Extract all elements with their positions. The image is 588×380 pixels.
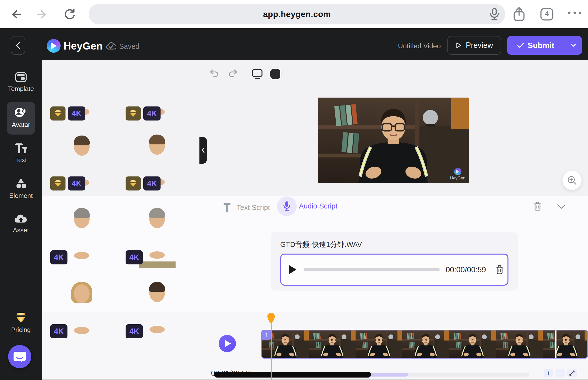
browser-forward-icon[interactable]: [36, 8, 49, 20]
video-preview[interactable]: HeyGen: [318, 97, 469, 183]
timeline-zoom-out-button[interactable]: −: [555, 369, 565, 377]
element-icon: [15, 178, 27, 190]
tab-text-script[interactable]: Text Script: [223, 202, 270, 213]
background-color-swatch[interactable]: [270, 69, 280, 79]
address-bar[interactable]: app.heygen.com: [89, 4, 505, 24]
delete-audio-icon[interactable]: [495, 265, 504, 276]
browser-reload-icon[interactable]: [64, 8, 76, 20]
badge-4k: 4K: [125, 324, 143, 338]
timeline-play-button[interactable]: [219, 335, 236, 352]
badge-4k: 4K: [68, 106, 85, 120]
premium-diamond-badge: [50, 106, 66, 120]
audio-play-button[interactable]: [289, 265, 296, 274]
microphone-icon: [283, 201, 291, 212]
audio-time: 00:00/00:59: [446, 266, 486, 274]
delete-script-icon[interactable]: [533, 201, 542, 213]
heygen-watermark-icon: [454, 168, 462, 175]
audio-clip-card: GTD音频-快速1分钟.WAV 00:00/00:59: [271, 232, 518, 290]
browser-toolbar: app.heygen.com 4: [0, 0, 588, 28]
text-icon: [14, 142, 28, 154]
avatar-icon: [14, 106, 28, 118]
magnifier-plus-icon: [567, 175, 577, 186]
save-status-label: Saved: [119, 42, 139, 51]
badge-4k: 4K: [68, 176, 85, 190]
url-text: app.heygen.com: [263, 9, 331, 19]
chevron-down-icon: [570, 43, 576, 48]
sidebar-item-label: Element: [9, 192, 33, 200]
check-icon: [517, 42, 524, 48]
audio-file-name: GTD音频-快速1分钟.WAV: [280, 240, 362, 250]
sidebar-item-element[interactable]: Element: [0, 178, 42, 200]
collapse-panel-handle[interactable]: [199, 137, 207, 164]
badge-4k: 4K: [143, 176, 160, 190]
back-button[interactable]: [11, 36, 25, 55]
badge-4k: 4K: [50, 324, 68, 338]
browser-back-icon[interactable]: [9, 8, 22, 20]
tab-audio-script[interactable]: Audio Script: [299, 202, 337, 210]
submit-button[interactable]: Submit: [507, 36, 582, 55]
template-icon: [15, 72, 27, 83]
sidebar-item-label: Avatar: [12, 121, 30, 129]
watermark-text: HeyGen: [450, 176, 465, 181]
sidebar-item-pricing[interactable]: Pricing: [0, 312, 42, 334]
heygen-logo-icon: [47, 39, 61, 53]
timeline-zoom-in-button[interactable]: +: [544, 369, 553, 377]
badge-4k: 4K: [125, 250, 143, 265]
save-status: Saved: [106, 42, 139, 51]
redo-icon[interactable]: [227, 69, 238, 80]
timeline-scrollbar-thumb[interactable]: [214, 372, 371, 378]
submit-label: Submit: [528, 41, 554, 50]
sidebar-item-avatar[interactable]: Avatar: [0, 106, 42, 129]
zoom-in-button[interactable]: [562, 171, 582, 190]
play-outline-icon: [456, 42, 462, 49]
pricing-diamond-icon: [14, 312, 28, 323]
tabs-icon[interactable]: 4: [540, 7, 554, 20]
sidebar-item-text[interactable]: Text: [0, 142, 42, 164]
project-title[interactable]: Untitled Video: [384, 42, 441, 50]
screen-ratio-icon[interactable]: [252, 69, 263, 81]
cloud-check-icon: [106, 42, 116, 51]
chevron-left-icon: [201, 147, 205, 153]
asset-cloud-icon: [14, 213, 28, 224]
preview-button[interactable]: Preview: [447, 36, 501, 55]
sidebar-item-label: Asset: [13, 227, 29, 234]
collapse-arrows-icon: [569, 370, 575, 376]
premium-diamond-badge: [50, 176, 66, 190]
share-icon[interactable]: [512, 7, 524, 19]
timeline-scroll-track: [408, 373, 529, 377]
audio-progress-bar[interactable]: [304, 268, 440, 271]
script-section: Text Script Audio Script GTD音频-快速1分钟.WAV: [42, 196, 588, 312]
clip-separator: [555, 330, 556, 358]
script-tabs: Text Script Audio Script: [42, 196, 588, 216]
timeline-section: 1 00:01/00:59 + −: [42, 312, 588, 380]
sidebar-item-template[interactable]: Template: [0, 72, 42, 93]
timeline-video-track[interactable]: 1: [261, 330, 588, 359]
text-tool-icon: [223, 202, 231, 213]
premium-diamond-badge: [125, 106, 141, 120]
heygen-logo-text: HeyGen: [64, 40, 103, 52]
audio-script-mic-chip[interactable]: [277, 196, 297, 216]
editor-header: HeyGen Saved Untitled Video Preview Subm…: [0, 28, 588, 60]
submit-dropdown[interactable]: [564, 43, 582, 48]
preview-label: Preview: [466, 41, 493, 50]
tab-count: 4: [540, 7, 554, 20]
collapse-script-icon[interactable]: [556, 204, 566, 211]
timeline-collapse-button[interactable]: [567, 369, 577, 377]
premium-diamond-badge: [125, 176, 141, 190]
badge-4k: 4K: [50, 250, 68, 265]
sidebar-item-label: Pricing: [11, 326, 31, 334]
sidebar-item-label: Template: [8, 85, 34, 93]
sidebar-item-asset[interactable]: Asset: [0, 213, 42, 234]
browser-menu-icon[interactable]: [567, 10, 579, 23]
sidebar: Template Avatar Text Eleme: [0, 60, 42, 380]
undo-icon[interactable]: [209, 69, 220, 80]
voice-search-icon[interactable]: [488, 7, 500, 20]
heygen-editor-window: app.heygen.com 4 HeyGen Saved Untitled V…: [0, 0, 588, 380]
playhead-handle[interactable]: [267, 312, 276, 325]
audio-player[interactable]: 00:00/00:59: [280, 254, 508, 285]
video-watermark: HeyGen: [450, 168, 465, 181]
badge-4k: 4K: [143, 106, 160, 120]
chat-support-button[interactable]: [8, 345, 31, 368]
bottom-divider: [42, 379, 588, 380]
sidebar-item-label: Text: [15, 156, 27, 164]
